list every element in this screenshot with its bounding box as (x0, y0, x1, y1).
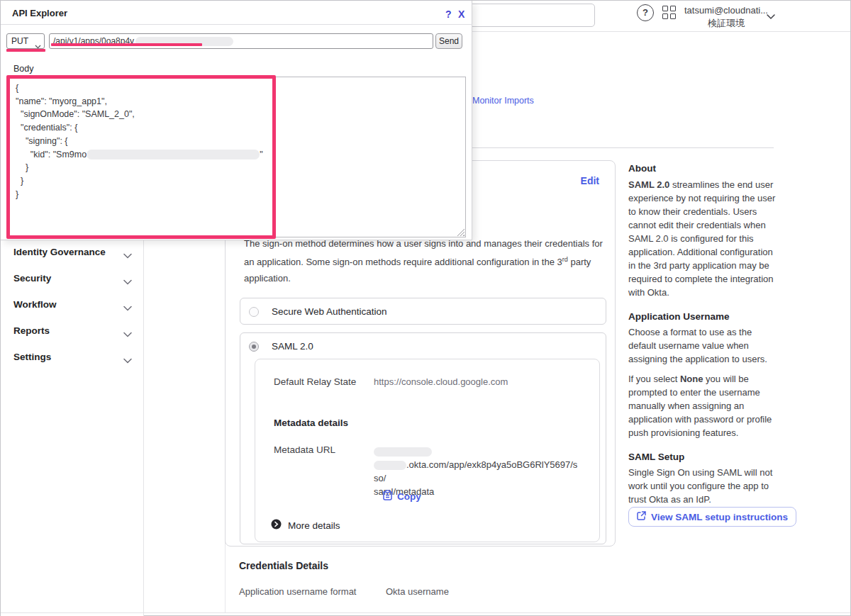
saml-metadata-card: Default Relay State https://console.clou… (255, 359, 600, 542)
username-format-value: Okta username (386, 586, 449, 597)
annotation-highlight-rectangle (6, 75, 276, 239)
saml-setup-paragraph: Single Sign On using SAML will not work … (628, 466, 776, 506)
sidebar-item-label: Security (13, 273, 51, 284)
chevron-down-icon (123, 249, 132, 262)
chevron-down-icon (766, 10, 776, 23)
application-username-paragraph-1: Choose a format to use as the default us… (628, 325, 776, 366)
sidebar-item-label: Settings (13, 352, 51, 362)
radio-unchecked[interactable] (249, 307, 259, 317)
annotation-underline-url (51, 43, 202, 46)
username-format-label: Application username format (239, 586, 386, 597)
saml-option-label: SAML 2.0 (272, 341, 313, 352)
metadata-url-label: Metadata URL (274, 444, 374, 498)
radio-checked[interactable] (249, 342, 259, 352)
sign-on-paragraph: The sign-on method determines how a user… (244, 235, 610, 286)
relay-state-value: https://console.cloud.google.com (374, 376, 508, 387)
about-paragraph: SAML 2.0 streamlines the end user experi… (628, 178, 776, 299)
saml-setup-button-label: View SAML setup instructions (651, 512, 788, 522)
application-username-paragraph-2: If you select None you will be prompted … (628, 372, 776, 439)
metadata-url-row: Metadata URL .okta.com/app/exk8p4ya5oBG6… (274, 444, 586, 498)
more-details-toggle[interactable]: More details (271, 519, 340, 532)
textarea-resize-handle[interactable] (457, 228, 465, 236)
grid-square (662, 6, 668, 11)
footer-divider (1, 612, 850, 613)
redacted-text (374, 461, 406, 470)
about-heading: About (628, 162, 776, 175)
api-explorer-title-divider (1, 24, 472, 25)
view-saml-setup-instructions-button[interactable]: View SAML setup instructions (628, 507, 796, 527)
sidebar-item-settings[interactable]: Settings (1, 352, 144, 369)
global-search-input[interactable] (460, 4, 595, 27)
grid-square (662, 13, 668, 19)
about-bold: SAML 2.0 (628, 179, 669, 190)
grid-square (670, 6, 676, 11)
swa-option-label: Secure Web Authentication (272, 306, 387, 317)
sidebar-item-identity-governance[interactable]: Identity Governance (1, 247, 144, 264)
http-method-value: PUT (11, 36, 28, 46)
swa-radio-row[interactable]: Secure Web Authentication (249, 306, 387, 317)
chevron-down-icon (123, 327, 132, 340)
more-details-label: More details (288, 520, 340, 531)
chevron-down-icon (123, 354, 132, 366)
redacted-text (374, 447, 432, 457)
default-relay-state-row: Default Relay State https://console.clou… (274, 376, 586, 387)
sidebar-item-label: Reports (13, 325, 50, 336)
chevron-right-circle-icon (271, 519, 282, 532)
clipboard-icon (383, 490, 392, 503)
sidebar-item-label: Workflow (13, 299, 57, 310)
api-explorer-help-button[interactable]: ? (445, 9, 452, 20)
option-saml-2-0[interactable]: SAML 2.0 Default Relay State https://con… (240, 332, 606, 544)
api-explorer-title: API Explorer (12, 8, 67, 18)
account-email: tatsumi@cloudnati... (680, 5, 772, 16)
saml-setup-heading: SAML Setup (628, 450, 776, 464)
monitor-imports-link[interactable]: Monitor Imports (472, 96, 534, 106)
http-method-select[interactable]: PUT (6, 33, 45, 49)
sign-on-text: The sign-on method determines how a user… (244, 238, 603, 267)
account-menu-button[interactable]: tatsumi@cloudnati... 検証環境 (680, 5, 772, 30)
edit-button[interactable]: Edit (581, 175, 599, 186)
grid-square (670, 13, 676, 19)
chevron-down-icon (123, 301, 132, 314)
app-window: ? tatsumi@cloudnati... 検証環境 Identity Gov… (0, 0, 851, 616)
copy-button[interactable]: Copy (383, 490, 421, 503)
sidebar-item-label: Identity Governance (13, 247, 106, 257)
option-secure-web-authentication[interactable]: Secure Web Authentication (240, 298, 606, 325)
copy-label: Copy (397, 491, 421, 502)
sidebar-item-reports[interactable]: Reports (1, 325, 144, 342)
about-text: streamlines the end user experience by n… (628, 179, 775, 298)
application-username-heading: Application Username (628, 310, 776, 323)
credentials-row: Application username format Okta usernam… (239, 586, 594, 597)
apps-grid-icon[interactable] (662, 6, 677, 20)
annotation-underline-method (6, 49, 45, 52)
appuser-text: If you select (628, 374, 680, 384)
account-environment: 検証環境 (680, 17, 772, 30)
send-button[interactable]: Send (435, 33, 462, 49)
sidebar-item-workflow[interactable]: Workflow (1, 299, 144, 316)
sidebar-item-security[interactable]: Security (1, 273, 144, 290)
saml-radio-row[interactable]: SAML 2.0 (249, 341, 313, 352)
metadata-details-heading: Metadata details (274, 418, 348, 428)
help-icon[interactable]: ? (637, 4, 654, 21)
superscript: rd (562, 256, 568, 263)
appuser-bold: None (680, 374, 703, 384)
chevron-down-icon (123, 275, 132, 288)
request-url-input[interactable]: /api/v1/apps/0oa8p4y (49, 33, 433, 49)
body-label: Body (13, 64, 34, 74)
relay-state-label: Default Relay State (274, 376, 374, 387)
close-icon[interactable]: X (458, 9, 465, 20)
external-link-icon (637, 511, 646, 522)
credentials-details-heading: Credentials Details (239, 560, 328, 571)
